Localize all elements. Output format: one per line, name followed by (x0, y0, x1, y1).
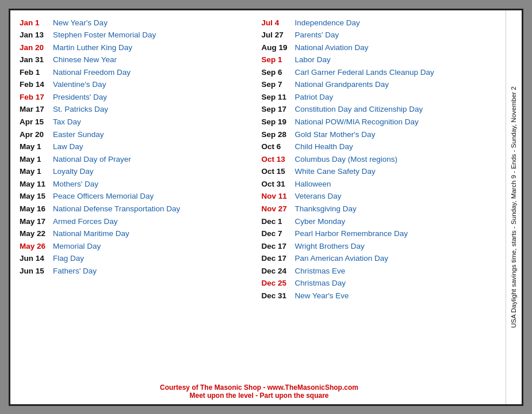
holiday-date: Jan 1 (20, 17, 53, 29)
holiday-name: Armed Forces Day (53, 216, 118, 227)
holiday-date: Jul 27 (262, 29, 295, 41)
holiday-date: Apr 15 (20, 116, 53, 128)
holiday-row: Oct 15White Cane Safety Day (262, 166, 499, 177)
sidebar: USA Daylight savings time, starts - Sund… (506, 10, 522, 404)
footer-line2: Meet upon the level - Part upon the squa… (17, 392, 501, 400)
holiday-date: May 1 (20, 166, 53, 177)
holiday-name: Fathers' Day (53, 265, 97, 277)
holiday-row: May 11Mothers' Day (20, 178, 257, 190)
holiday-date: Sep 6 (262, 67, 295, 78)
holiday-name: Martin Luther King Day (53, 42, 132, 54)
holiday-name: Law Day (53, 141, 83, 153)
holiday-date: Dec 7 (262, 228, 295, 240)
holiday-date: Apr 20 (20, 129, 53, 140)
holiday-row: Sep 19National POW/MIA Recognition Day (262, 116, 499, 128)
holiday-date: Oct 15 (262, 166, 295, 177)
holiday-name: Thanksgiving Day (295, 203, 357, 215)
holiday-date: Sep 19 (262, 116, 295, 128)
holiday-name: Stephen Foster Memorial Day (53, 29, 156, 41)
holiday-row: Aug 19National Aviation Day (262, 42, 499, 54)
holiday-row: Jun 14Flag Day (20, 253, 257, 264)
holiday-row: Dec 31New Year's Eve (262, 290, 499, 302)
holiday-row: Dec 17Pan American Aviation Day (262, 253, 499, 264)
holiday-date: May 1 (20, 154, 53, 165)
holiday-name: New Year's Eve (295, 290, 349, 302)
holiday-name: Easter Sunday (53, 129, 104, 140)
footer: Courtesy of The Masonic Shop - www.TheMa… (17, 381, 501, 400)
holiday-name: Peace Officers Memorial Day (53, 191, 154, 202)
right-column: Jul 4Independence DayJul 27Parents' DayA… (259, 17, 502, 378)
holiday-name: Child Health Day (295, 141, 353, 153)
holiday-name: Tax Day (53, 116, 81, 128)
holiday-row: May 1Loyalty Day (20, 166, 257, 177)
holiday-name: Parents' Day (295, 29, 339, 41)
holiday-row: Jan 31Chinese New Year (20, 54, 257, 66)
holiday-date: Feb 1 (20, 67, 53, 78)
holiday-row: Apr 15Tax Day (20, 116, 257, 128)
holiday-row: Apr 20Easter Sunday (20, 129, 257, 140)
holiday-name: National Maritime Day (53, 228, 129, 240)
holiday-date: Dec 17 (262, 253, 295, 264)
holiday-row: Dec 1Cyber Monday (262, 216, 499, 227)
holiday-row: Nov 11Veterans Day (262, 191, 499, 202)
holiday-row: Jan 20Martin Luther King Day (20, 42, 257, 54)
holiday-date: Dec 1 (262, 216, 295, 227)
content-area: Jan 1New Year's DayJan 13Stephen Foster … (10, 10, 506, 404)
holiday-date: Jun 15 (20, 265, 53, 277)
holiday-date: Sep 28 (262, 129, 295, 140)
holiday-name: National Grandparents Day (295, 79, 389, 90)
holiday-row: Nov 27Thanksgiving Day (262, 203, 499, 215)
holiday-date: Sep 7 (262, 79, 295, 90)
holiday-name: Mothers' Day (53, 178, 98, 190)
holiday-date: Dec 31 (262, 290, 295, 302)
holiday-row: Oct 13Columbus Day (Most regions) (262, 154, 499, 165)
holiday-row: May 15Peace Officers Memorial Day (20, 191, 257, 202)
holiday-row: Jan 1New Year's Day (20, 17, 257, 29)
holiday-date: Sep 11 (262, 92, 295, 103)
holiday-row: Dec 7Pearl Harbor Remembrance Day (262, 228, 499, 240)
holiday-name: Carl Garner Federal Lands Cleanup Day (295, 67, 434, 78)
holiday-name: Pan American Aviation Day (295, 253, 389, 264)
holiday-row: Sep 1Labor Day (262, 54, 499, 66)
holiday-row: Feb 14Valentine's Day (20, 79, 257, 90)
holiday-date: Dec 17 (262, 241, 295, 252)
holiday-name: Cyber Monday (295, 216, 346, 227)
main-frame: Jan 1New Year's DayJan 13Stephen Foster … (9, 9, 523, 406)
holiday-row: May 26Memorial Day (20, 241, 257, 252)
holiday-date: Nov 27 (262, 203, 295, 215)
holiday-name: Independence Day (295, 17, 360, 29)
sidebar-text: USA Daylight savings time, starts - Sund… (510, 86, 518, 328)
holiday-name: Veterans Day (295, 191, 342, 202)
holiday-row: Dec 25Christmas Day (262, 278, 499, 289)
holiday-row: Oct 6Child Health Day (262, 141, 499, 153)
holiday-row: Sep 6Carl Garner Federal Lands Cleanup D… (262, 67, 499, 78)
holiday-row: Sep 7National Grandparents Day (262, 79, 499, 90)
holiday-date: Jan 20 (20, 42, 53, 54)
holiday-row: Jun 15Fathers' Day (20, 265, 257, 277)
holiday-date: May 16 (20, 203, 53, 215)
holiday-date: Nov 11 (262, 191, 295, 202)
holiday-date: Aug 19 (262, 42, 295, 54)
holiday-name: Wright Brothers Day (295, 241, 365, 252)
holiday-date: Mar 17 (20, 104, 53, 115)
holiday-row: Jul 4Independence Day (262, 17, 499, 29)
holiday-name: Constitution Day and Citizenship Day (295, 104, 423, 115)
holiday-date: Feb 17 (20, 92, 53, 103)
holiday-date: Oct 31 (262, 178, 295, 190)
holiday-row: Feb 17Presidents' Day (20, 92, 257, 103)
holiday-name: Labor Day (295, 54, 331, 66)
holiday-name: Chinese New Year (53, 54, 117, 66)
holiday-date: Jan 13 (20, 29, 53, 41)
holiday-row: Sep 28Gold Star Mother's Day (262, 129, 499, 140)
holiday-row: May 16National Defense Transportation Da… (20, 203, 257, 215)
holiday-date: Jul 4 (262, 17, 295, 29)
holiday-date: Sep 17 (262, 104, 295, 115)
holiday-date: Feb 14 (20, 79, 53, 90)
holiday-row: May 17Armed Forces Day (20, 216, 257, 227)
holiday-date: Oct 13 (262, 154, 295, 165)
holiday-date: Jan 31 (20, 54, 53, 66)
left-column: Jan 1New Year's DayJan 13Stephen Foster … (17, 17, 259, 378)
holiday-row: Jan 13Stephen Foster Memorial Day (20, 29, 257, 41)
holiday-name: Memorial Day (53, 241, 101, 252)
holiday-name: Valentine's Day (53, 79, 106, 90)
